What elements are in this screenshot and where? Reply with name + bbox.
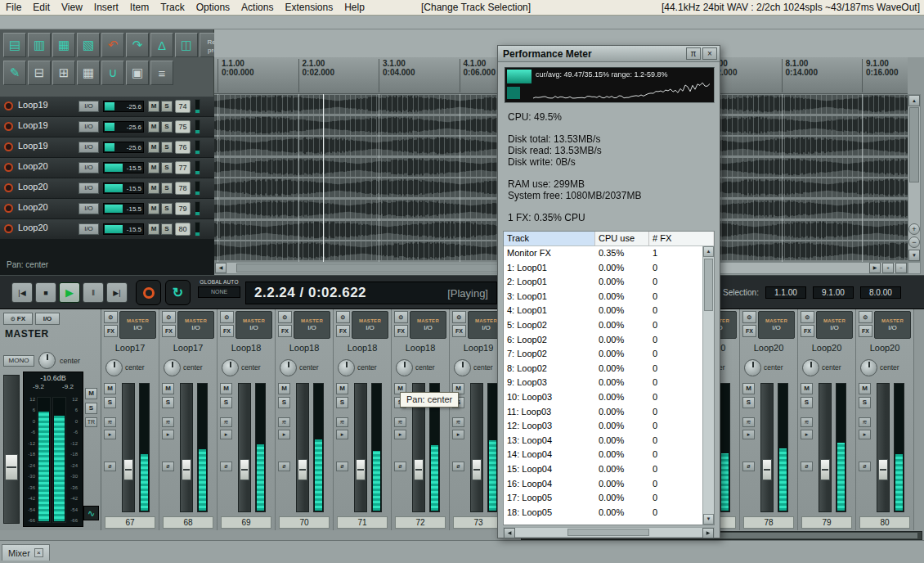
phase-button[interactable]: ø <box>859 462 871 471</box>
fader-handle[interactable] <box>298 459 307 480</box>
perf-table-row[interactable]: 5: Loop020.00%0 <box>504 318 702 333</box>
record-arm-button[interactable] <box>4 183 13 192</box>
pan-knob[interactable] <box>454 359 471 376</box>
record-arm-button[interactable] <box>4 142 13 151</box>
master-fader-handle[interactable] <box>5 454 18 480</box>
master-volume-fader[interactable] <box>3 375 20 524</box>
strip-mute-button[interactable]: M <box>162 383 174 394</box>
menu-item-view[interactable]: View <box>56 1 88 14</box>
strip-mute-button[interactable]: M <box>278 383 290 394</box>
mixer-strip[interactable]: ⊙FXMASTERI/OLoop20centerMS≋▸ø80 <box>856 309 914 530</box>
strip-env-button[interactable]: ⊙ <box>452 311 466 323</box>
strip-io-button[interactable]: I/O <box>191 324 200 331</box>
track-panel-row[interactable]: Loop20I/O-15.5MS77 <box>0 158 214 178</box>
fader-handle[interactable] <box>878 459 888 480</box>
go-to-start-button[interactable]: |◀ <box>11 282 33 303</box>
track-io-button[interactable]: I/O <box>78 121 99 133</box>
strip-env-button[interactable]: ⊙ <box>859 311 872 323</box>
menu-item-extensions[interactable]: Extensions <box>279 1 339 14</box>
open-project-button[interactable]: ▥ <box>28 33 51 57</box>
snap-button[interactable]: ▦ <box>77 61 100 85</box>
strip-volume-fader[interactable] <box>122 383 135 512</box>
ripple-button[interactable]: ≡ <box>150 61 173 85</box>
table-scroll-up-icon[interactable]: ▲ <box>703 246 714 257</box>
track-volume-fader[interactable]: -25.6 <box>103 142 144 153</box>
fader-handle[interactable] <box>356 459 366 480</box>
phase-button[interactable]: ø <box>394 462 406 471</box>
mixer-strip[interactable]: ⊙FXMASTERI/OLoop18centerMS≋▸ø70 <box>276 309 334 530</box>
strip-volume-fader[interactable] <box>354 383 367 512</box>
env-button[interactable]: ≋ <box>336 417 348 427</box>
col-cpu-use[interactable]: CPU use <box>595 232 649 245</box>
strip-solo-button[interactable]: S <box>278 397 290 408</box>
track-io-button[interactable]: I/O <box>78 162 99 173</box>
strip-io-button[interactable]: I/O <box>830 324 839 331</box>
mixer-strip[interactable]: ⊙FXMASTERI/OLoop17centerMS≋▸ø68 <box>159 309 218 530</box>
strip-send-badge[interactable]: MASTERI/O <box>119 311 156 339</box>
track-panel-row[interactable]: Loop20I/O-15.5MS79 <box>0 199 214 218</box>
strip-mute-button[interactable]: M <box>104 383 116 394</box>
strip-mute-button[interactable]: M <box>220 383 232 394</box>
pan-knob[interactable] <box>105 359 123 376</box>
strip-env-button[interactable]: ⊙ <box>278 311 292 323</box>
play-button[interactable]: ▶ <box>59 282 80 303</box>
strip-env-button[interactable]: ⊙ <box>104 311 118 323</box>
track-mute-button[interactable]: M <box>148 182 159 194</box>
global-automation[interactable]: GLOBAL AUTO NONE <box>198 279 240 298</box>
mixer-strip[interactable]: ⊙FXMASTERI/OLoop18centerMS≋▸ø72 <box>392 309 450 530</box>
strip-volume-fader[interactable] <box>819 383 832 512</box>
pan-knob[interactable] <box>802 359 819 376</box>
strip-io-button[interactable]: I/O <box>424 324 433 331</box>
track-volume-fader[interactable]: -15.5 <box>103 203 144 214</box>
track-solo-button[interactable]: S <box>161 203 173 214</box>
scroll-right-icon[interactable]: ▶ <box>869 263 881 273</box>
perf-table-row[interactable]: 18: Loop050.00%0 <box>504 506 702 520</box>
strip-send-badge[interactable]: MASTERI/O <box>294 311 330 339</box>
strip-env-button[interactable]: ⊙ <box>162 311 176 323</box>
track-io-button[interactable]: I/O <box>78 142 99 153</box>
send-button[interactable]: ▸ <box>336 430 348 439</box>
perf-table-row[interactable]: 7: Loop020.00%0 <box>504 347 702 362</box>
strip-volume-fader[interactable] <box>877 383 890 512</box>
stop-button[interactable]: ■ <box>35 282 56 303</box>
track-solo-button[interactable]: S <box>161 162 173 173</box>
strip-send-badge[interactable]: MASTERI/O <box>235 311 272 339</box>
fader-handle[interactable] <box>414 459 424 480</box>
envelope-button[interactable]: ✎ <box>3 61 26 85</box>
env-button[interactable]: ≋ <box>162 417 174 427</box>
pan-knob[interactable] <box>164 359 181 376</box>
strip-volume-fader[interactable] <box>470 383 483 512</box>
grouping-button[interactable]: ⊟ <box>28 61 51 85</box>
table-scrollbar[interactable]: ▲ ▼ <box>702 246 714 525</box>
tab-mixer[interactable]: Mixer × <box>2 544 50 561</box>
selection-end[interactable]: 9.1.00 <box>813 286 854 299</box>
undo-button[interactable]: ↶ <box>101 33 124 57</box>
scroll-down-icon[interactable]: ▼ <box>908 250 920 261</box>
mixer-strip[interactable]: ⊙FXMASTERI/OLoop20centerMS≋▸ø79 <box>798 309 856 530</box>
env-button[interactable]: ≋ <box>452 417 464 427</box>
master-mute-button[interactable]: M <box>85 388 97 399</box>
send-button[interactable]: ▸ <box>394 430 406 439</box>
env-button[interactable]: ≋ <box>220 417 232 427</box>
magnet-button[interactable]: ∪ <box>101 61 124 85</box>
strip-env-button[interactable]: ⊙ <box>742 311 756 323</box>
phase-button[interactable]: ø <box>162 462 174 471</box>
strip-fx-button[interactable]: FX <box>220 325 234 337</box>
strip-send-badge[interactable]: MASTERI/O <box>410 311 446 339</box>
master-solo-button[interactable]: S <box>85 403 97 414</box>
strip-fx-button[interactable]: FX <box>394 325 408 337</box>
strip-fx-button[interactable]: FX <box>452 325 466 337</box>
pan-knob[interactable] <box>396 359 413 376</box>
phase-button[interactable]: ø <box>801 462 813 471</box>
strip-io-button[interactable]: I/O <box>366 324 375 331</box>
track-volume-fader[interactable]: -25.6 <box>103 121 144 133</box>
track-mute-button[interactable]: M <box>148 203 159 214</box>
strip-env-button[interactable]: ⊙ <box>336 311 350 323</box>
redo-button[interactable]: ↷ <box>126 33 149 57</box>
menu-item-track[interactable]: Track <box>155 1 191 14</box>
strip-io-button[interactable]: I/O <box>133 324 142 331</box>
fader-handle[interactable] <box>472 459 482 480</box>
track-mute-button[interactable]: M <box>148 223 159 235</box>
table-scroll-thumb[interactable] <box>704 259 713 311</box>
pm-hscroll-thumb[interactable] <box>567 529 649 536</box>
